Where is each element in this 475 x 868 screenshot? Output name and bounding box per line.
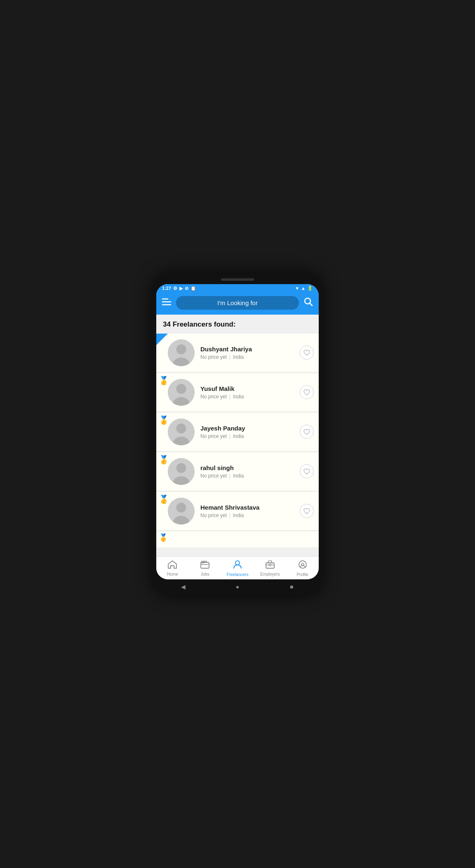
meta-separator: | [229, 513, 230, 518]
clipboard-status-icon: 📋 [190, 286, 196, 291]
medal-badge-icon: 🥇 [159, 415, 169, 425]
list-item[interactable]: 🥇 Hemant ShrivastavaNo price yet|India [156, 492, 319, 531]
bottom-nav: Home Jobs [156, 556, 319, 579]
freelancer-price: No price yet [200, 354, 227, 360]
play-status-icon: ▶ [179, 286, 183, 291]
list-item[interactable]: 🥇 rahul singhNo price yet|India [156, 452, 319, 491]
svg-point-9 [176, 384, 186, 394]
freelancer-price: No price yet [200, 513, 227, 518]
status-left: 1:27 ⚙ ▶ ⊘ 📋 [162, 286, 196, 291]
freelancer-price: No price yet [200, 473, 227, 479]
meta-separator: | [229, 394, 230, 400]
list-item[interactable]: Dushyant JhariyaNo price yet|India [156, 334, 319, 372]
freelancer-meta: No price yet|India [200, 513, 300, 518]
favorite-button[interactable] [300, 346, 314, 360]
status-right: ▼ ▲ 🔋 [295, 286, 313, 291]
list-item[interactable]: 🥇 [156, 532, 319, 548]
gear-status-icon: ⚙ [173, 286, 177, 291]
freelancer-meta: No price yet|India [200, 354, 300, 360]
svg-rect-20 [201, 562, 209, 568]
recents-button[interactable]: ■ [286, 581, 297, 593]
status-bar: 1:27 ⚙ ▶ ⊘ 📋 ▼ ▲ 🔋 [156, 284, 319, 293]
svg-point-12 [176, 423, 186, 433]
avatar [168, 458, 195, 485]
jobs-icon [200, 560, 209, 571]
medal-badge-icon: 🥇 [159, 455, 169, 465]
search-button[interactable] [304, 297, 313, 308]
favorite-button[interactable] [300, 385, 314, 399]
home-icon [168, 560, 177, 571]
nav-employers[interactable]: Employers [254, 560, 286, 576]
nav-freelancers-label: Freelancers [227, 572, 249, 577]
card-info: Dushyant JhariyaNo price yet|India [195, 346, 300, 360]
nav-jobs-label: Jobs [201, 572, 209, 576]
meta-separator: | [229, 433, 230, 439]
results-heading: 34 Freelancers found: [156, 315, 319, 333]
back-button[interactable]: ◀ [178, 581, 189, 593]
freelancer-location: India [233, 354, 244, 360]
svg-point-23 [235, 561, 240, 565]
menu-icon[interactable] [162, 298, 171, 308]
svg-rect-26 [269, 564, 271, 566]
avatar [168, 339, 195, 366]
svg-point-6 [176, 344, 186, 354]
freelancer-meta: No price yet|India [200, 433, 300, 439]
freelancer-price: No price yet [200, 394, 227, 400]
freelancer-name: Dushyant Jhariya [200, 346, 300, 353]
card-info: Yusuf MalikNo price yet|India [195, 385, 300, 400]
list-item[interactable]: 🥇 Jayesh PandayNo price yet|India [156, 413, 319, 452]
freelancer-name: Hemant Shrivastava [200, 504, 300, 511]
block-status-icon: ⊘ [185, 286, 188, 291]
freelancers-list: Dushyant JhariyaNo price yet|India 🥇 Yus… [156, 334, 319, 548]
favorite-button[interactable] [300, 504, 314, 518]
medal-badge-icon: 🥇 [159, 376, 169, 386]
svg-point-18 [176, 503, 186, 513]
avatar [168, 379, 195, 406]
freelancer-location: India [233, 433, 244, 439]
freelancer-meta: No price yet|India [200, 394, 300, 400]
wifi-icon: ▼ [295, 286, 299, 291]
nav-employers-label: Employers [260, 572, 280, 576]
header: I'm Looking for [156, 293, 319, 315]
freelancer-name: rahul singh [200, 464, 300, 471]
profile-icon [298, 560, 307, 571]
battery-icon: 🔋 [307, 286, 313, 291]
nav-home[interactable]: Home [156, 560, 189, 576]
freelancer-name: Jayesh Panday [200, 425, 300, 432]
favorite-button[interactable] [300, 425, 314, 439]
corner-badge-icon [156, 334, 168, 345]
card-info: rahul singhNo price yet|India [195, 464, 300, 479]
signal-icon: ▲ [301, 286, 306, 291]
status-time: 1:27 [162, 286, 171, 291]
favorite-button[interactable] [300, 464, 314, 478]
home-button[interactable]: ● [232, 581, 243, 593]
freelancer-name: Yusuf Malik [200, 385, 300, 392]
svg-line-4 [310, 303, 312, 306]
nav-freelancers[interactable]: Freelancers [221, 560, 254, 577]
card-info: Jayesh PandayNo price yet|India [195, 425, 300, 439]
phone-screen: 1:27 ⚙ ▶ ⊘ 📋 ▼ ▲ 🔋 I'm Lo [156, 284, 319, 579]
card-info: Hemant ShrivastavaNo price yet|India [195, 504, 300, 518]
android-nav-bar: ◀ ● ■ [156, 579, 319, 594]
svg-point-15 [176, 463, 186, 473]
list-item[interactable]: 🥇 Yusuf MalikNo price yet|India [156, 373, 319, 412]
meta-separator: | [229, 354, 230, 360]
freelancers-icon [233, 560, 242, 571]
nav-jobs[interactable]: Jobs [189, 560, 221, 576]
freelancer-location: India [233, 513, 244, 518]
nav-profile[interactable]: Profile [286, 560, 319, 577]
medal-badge-icon: 🥇 [159, 494, 169, 504]
freelancer-meta: No price yet|India [200, 473, 300, 479]
search-placeholder: I'm Looking for [217, 299, 258, 306]
meta-separator: | [229, 473, 230, 479]
nav-profile-label: Profile [296, 572, 308, 577]
freelancer-location: India [233, 473, 244, 479]
nav-home-label: Home [167, 572, 178, 576]
search-bar[interactable]: I'm Looking for [176, 296, 299, 310]
avatar [168, 498, 195, 525]
phone-shell: 1:27 ⚙ ▶ ⊘ 📋 ▼ ▲ 🔋 I'm Lo [153, 273, 322, 595]
avatar [168, 419, 195, 445]
employers-icon [266, 560, 275, 571]
freelancer-location: India [233, 394, 244, 400]
phone-notch [221, 278, 254, 281]
